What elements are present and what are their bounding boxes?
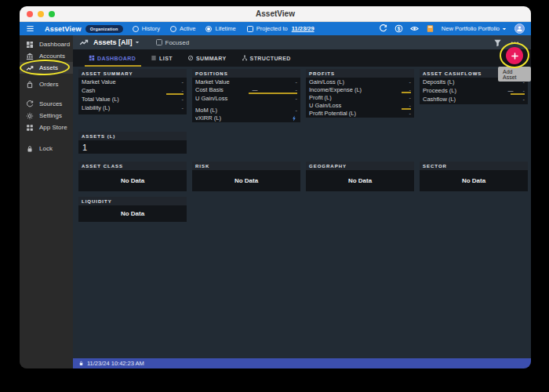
eye-icon[interactable] [410, 24, 419, 33]
metric-value: - [296, 78, 298, 85]
metric-label: Income/Expense (L) [309, 86, 406, 93]
projected-to-label: Projected to [256, 25, 288, 32]
assets-header: Assets [All] Focused [73, 35, 531, 49]
more-options-icon[interactable] [511, 38, 519, 47]
radio-active[interactable]: Active [170, 25, 195, 32]
sync-icon[interactable] [379, 24, 387, 33]
sidebar-item-label: Accounts [39, 53, 65, 60]
hamburger-menu-icon[interactable] [26, 24, 35, 33]
dashboard-icon [26, 41, 34, 49]
panel-profits: PROFITSGain/Loss (L)-Income/Expense (L)-… [306, 69, 414, 118]
metric-row: Cash- [78, 86, 187, 95]
focused-checkbox[interactable] [156, 39, 162, 45]
sidebar-item-label: Dashboard [39, 41, 70, 48]
radio-lifetime[interactable]: Lifetime [205, 25, 235, 32]
close-button[interactable] [27, 11, 33, 17]
metric-value: - [182, 78, 184, 85]
sidebar-item-label: Settings [39, 112, 62, 119]
metric-label: Cash [82, 87, 179, 94]
metric-value: - [523, 96, 525, 103]
status-bar: 11/23/24 10:42:23 AM [73, 358, 531, 368]
metric-value: - [409, 110, 412, 117]
metric-row: Total Value (L)- [78, 95, 187, 103]
radio-history[interactable]: History [133, 25, 160, 32]
sidebar-item-app-store[interactable]: App Store [20, 122, 73, 133]
timeframe-radio-group: HistoryActiveLifetime [133, 25, 236, 32]
radio-label: Lifetime [215, 25, 235, 32]
panel-liquidity: LIQUIDITYNo Data [78, 197, 187, 222]
minimize-button[interactable] [38, 11, 44, 17]
metric-label: U Gain/Loss [309, 102, 406, 109]
journal-icon[interactable] [426, 24, 434, 33]
projected-to-checkbox[interactable] [247, 26, 253, 32]
chevron-down-icon [134, 39, 140, 45]
sidebar-item-accounts[interactable]: Accounts [20, 50, 73, 62]
metric-row: U Gain/Loss- [192, 94, 300, 103]
metric-row: Liability (L)- [78, 103, 187, 112]
sidebar-item-dashboard[interactable]: Dashboard [20, 38, 73, 50]
radio-dot [170, 26, 176, 32]
radio-dot [205, 26, 212, 32]
metric-label: Total Value (L) [82, 96, 179, 103]
app-window: AssetView AssetView Organization History… [20, 6, 531, 368]
no-data-label: No Data [420, 170, 528, 191]
projected-to-checkbox-wrap[interactable]: Projected to [247, 25, 288, 32]
sidebar-item-label: Sources [39, 100, 62, 107]
sidebar-item-orders[interactable]: Orders [20, 78, 73, 90]
tab-list[interactable]: LIST [151, 49, 173, 67]
sidebar-item-sources[interactable]: Sources [20, 98, 73, 110]
trend-icon [26, 64, 34, 72]
panel-title: ASSETS (L) [78, 132, 187, 140]
tab-summary[interactable]: SUMMARY [187, 49, 227, 67]
zoom-button[interactable] [49, 11, 55, 17]
bank-icon [26, 53, 34, 60]
dashboard-content: ASSET SUMMARYMarket Value-Cash-Total Val… [73, 67, 531, 358]
trend-icon [79, 38, 89, 47]
sidebar-item-settings[interactable]: Settings [20, 110, 73, 122]
sidebar-item-assets[interactable]: Assets [20, 62, 73, 74]
person-icon [516, 25, 523, 32]
assets-title-dropdown[interactable]: Assets [All] [93, 38, 140, 46]
sync-icon [26, 100, 34, 108]
organization-badge[interactable]: Organization [85, 25, 123, 33]
metric-label: vXIRR (L) [195, 114, 285, 122]
metric-row: Market Value- [192, 78, 300, 86]
metric-row: Gain/Loss (L)- [306, 78, 414, 85]
metric-label: U Gain/Loss [195, 95, 293, 102]
sidebar-item-label: Orders [39, 81, 58, 88]
portfolio-selector[interactable]: New Portfolio Portfolio [442, 25, 507, 32]
metric-row: Market Value- [78, 78, 187, 86]
no-data-label: No Data [306, 170, 414, 191]
avatar[interactable] [514, 24, 525, 34]
tab-dashboard[interactable]: DASHBOARD [89, 49, 136, 67]
no-data-label: No Data [192, 170, 300, 191]
titlebar: AssetView [20, 6, 531, 22]
currency-icon[interactable]: $ [394, 24, 403, 33]
sidebar-item-lock[interactable]: Lock [20, 143, 73, 154]
radio-label: History [142, 25, 160, 32]
projected-date-link[interactable]: 11/23/29 [292, 25, 314, 32]
tab-structured[interactable]: STRUCTURED [242, 49, 291, 67]
add-asset-tooltip: Add Asset [498, 67, 531, 82]
no-data-label: No Data [78, 170, 187, 191]
metric-panels-row: ASSET SUMMARYMarket Value-Cash-Total Val… [78, 69, 531, 122]
lock-icon [26, 145, 34, 153]
apps-icon [26, 124, 34, 132]
panel-sector: SECTORNo Data [420, 162, 528, 191]
metric-label: Gain/Loss (L) [309, 78, 406, 85]
metric-label: MoM (L) [195, 107, 293, 114]
add-asset-button[interactable] [506, 47, 523, 64]
focused-checkbox-wrap[interactable]: Focused [156, 39, 190, 46]
metric-label: Market Value [195, 78, 293, 85]
metric-row: MoM (L)- [192, 106, 300, 114]
panel-title: SECTOR [420, 162, 528, 170]
panel-risk: RISKNo Data [192, 162, 300, 191]
tab-label: DASHBOARD [97, 56, 136, 61]
dashboard-icon [89, 55, 95, 61]
svg-text:$: $ [398, 26, 401, 32]
body: DashboardAccountsAssetsOrdersSourcesSett… [20, 35, 531, 368]
tab-bar: DASHBOARDLISTSUMMARYSTRUCTURED [73, 49, 531, 67]
panel-title: GEOGRAPHY [306, 162, 414, 170]
filter-icon[interactable] [493, 38, 502, 47]
screen: AssetView AssetView Organization History… [0, 0, 549, 392]
